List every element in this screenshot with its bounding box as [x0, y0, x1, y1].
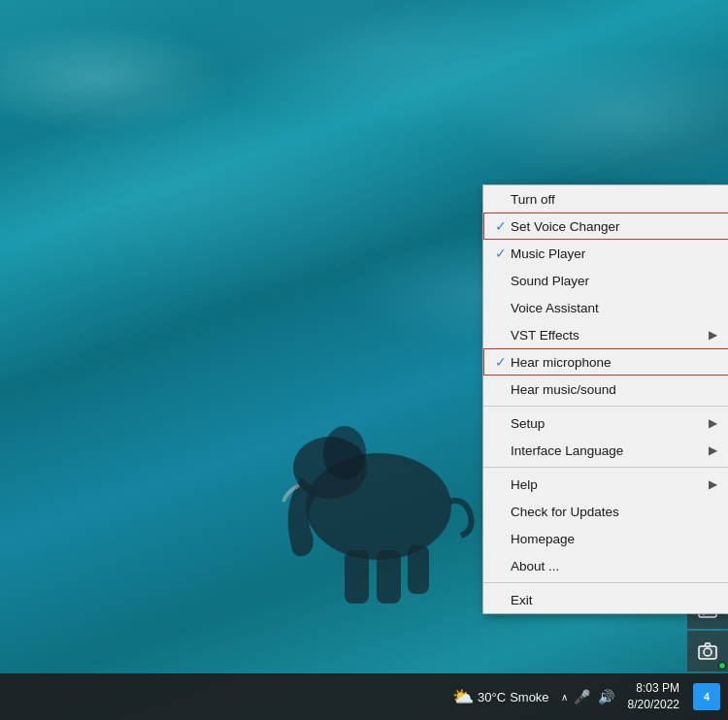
- svg-rect-5: [408, 545, 429, 594]
- weather-widget[interactable]: ⛅ 30°C Smoke: [452, 686, 549, 707]
- menu-item-check-for-updates[interactable]: Check for Updates: [483, 498, 728, 525]
- weather-temp: 30°C: [478, 690, 506, 704]
- menu-label-set-voice-changer: Set Voice Changer: [511, 219, 717, 234]
- menu-label-homepage: Homepage: [511, 532, 717, 546]
- menu-label-hear-microphone: Hear microphone: [511, 355, 717, 370]
- clock-date: 8/20/2022: [628, 697, 679, 713]
- system-tray: ⛅ 30°C Smoke ∧ 🎤 🔊 8:03 PM 8/20/2022 4: [452, 680, 720, 713]
- context-menu: Turn off✓Set Voice Changer✓Music PlayerS…: [482, 184, 728, 614]
- weather-condition: Smoke: [510, 690, 548, 704]
- notification-badge[interactable]: 4: [693, 683, 720, 710]
- menu-label-check-for-updates: Check for Updates: [511, 505, 717, 519]
- menu-label-interface-language: Interface Language: [511, 443, 709, 458]
- menu-item-sound-player[interactable]: Sound Player: [483, 267, 728, 294]
- menu-label-help: Help: [511, 477, 709, 492]
- menu-label-music-player: Music Player: [511, 246, 717, 261]
- svg-rect-4: [377, 550, 401, 604]
- menu-item-vst-effects[interactable]: VST Effects▶: [483, 321, 728, 348]
- mic-tray-icon[interactable]: 🎤: [572, 687, 592, 706]
- menu-item-about[interactable]: About ...: [483, 552, 728, 579]
- svg-rect-3: [345, 550, 369, 604]
- menu-label-hear-music-sound: Hear music/sound: [511, 382, 717, 397]
- app3-active-dot: [718, 662, 726, 670]
- menu-label-turn-off: Turn off: [511, 192, 717, 207]
- taskbar: ⛅ 30°C Smoke ∧ 🎤 🔊 8:03 PM 8/20/2022 4: [0, 673, 728, 720]
- menu-item-setup[interactable]: Setup▶: [483, 409, 728, 437]
- menu-item-interface-language[interactable]: Interface Language▶: [483, 437, 728, 464]
- menu-item-turn-off[interactable]: Turn off: [483, 185, 728, 213]
- menu-item-exit[interactable]: Exit: [483, 586, 728, 613]
- submenu-arrow-vst-effects: ▶: [709, 328, 717, 342]
- separator-after-hear-music-sound: [483, 406, 728, 407]
- menu-label-setup: Setup: [511, 416, 709, 431]
- clock-time: 8:03 PM: [628, 680, 679, 697]
- menu-item-voice-assistant[interactable]: Voice Assistant: [483, 294, 728, 321]
- submenu-arrow-setup: ▶: [709, 416, 717, 430]
- menu-item-music-player[interactable]: ✓Music Player: [483, 240, 728, 267]
- separator-after-interface-language: [483, 467, 728, 468]
- svg-point-2: [323, 426, 366, 480]
- submenu-arrow-interface-language: ▶: [709, 443, 717, 457]
- menu-label-sound-player: Sound Player: [511, 274, 717, 288]
- menu-item-homepage[interactable]: Homepage: [483, 525, 728, 552]
- menu-label-about: About ...: [511, 559, 717, 573]
- volume-tray-icon[interactable]: 🔊: [596, 687, 616, 706]
- elephant-image: [272, 351, 485, 623]
- weather-icon: ⛅: [452, 686, 474, 707]
- menu-item-set-voice-changer[interactable]: ✓Set Voice Changer: [483, 213, 728, 240]
- check-icon-music-player: ✓: [491, 245, 511, 261]
- app3-icon[interactable]: [687, 631, 728, 671]
- check-icon-set-voice-changer: ✓: [491, 218, 511, 234]
- menu-item-hear-music-sound[interactable]: Hear music/sound: [483, 376, 728, 403]
- check-icon-hear-microphone: ✓: [491, 354, 511, 370]
- menu-label-exit: Exit: [511, 593, 717, 607]
- tray-expand-arrow[interactable]: ∧: [561, 692, 568, 703]
- menu-item-help[interactable]: Help▶: [483, 471, 728, 498]
- clock[interactable]: 8:03 PM 8/20/2022: [628, 680, 679, 713]
- separator-after-about: [483, 582, 728, 583]
- menu-label-voice-assistant: Voice Assistant: [511, 301, 717, 315]
- tray-icons: ∧ 🎤 🔊: [561, 687, 616, 706]
- submenu-arrow-help: ▶: [709, 477, 717, 491]
- menu-item-hear-microphone[interactable]: ✓Hear microphone: [483, 348, 728, 376]
- menu-label-vst-effects: VST Effects: [511, 328, 709, 343]
